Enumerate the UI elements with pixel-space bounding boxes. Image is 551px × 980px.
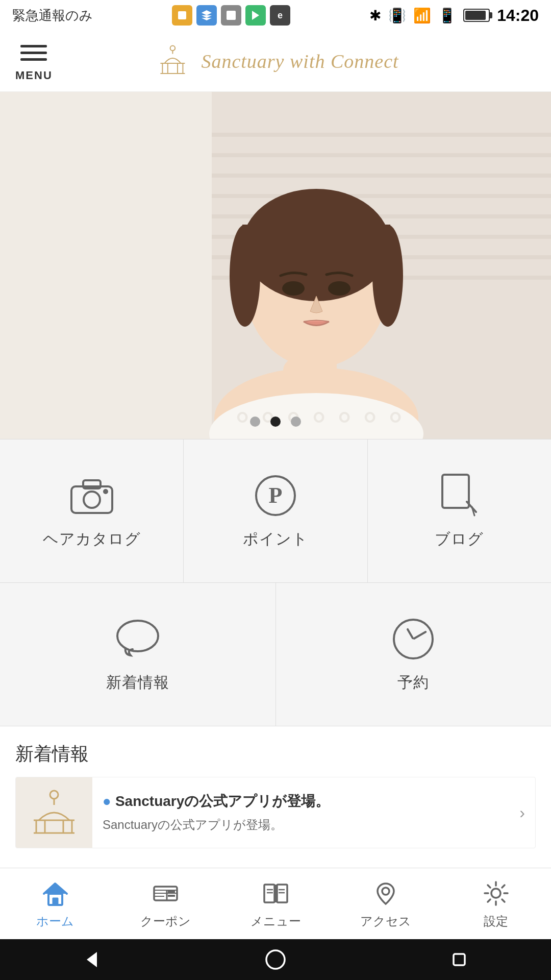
android-nav-bar — [0, 939, 551, 980]
svg-point-69 — [266, 950, 285, 969]
news-content: ●Sanctuaryの公式アプリが登場。 Sanctuaryの公式アプリが登場。 — [92, 783, 509, 842]
home-icon — [40, 878, 70, 909]
svg-marker-2 — [252, 11, 259, 20]
svg-rect-51 — [53, 898, 58, 905]
new-info-label: 新着情報 — [106, 672, 169, 693]
new-info-button[interactable]: 新着情報 — [0, 583, 276, 726]
svg-point-28 — [282, 281, 305, 296]
slider-dot-3[interactable] — [291, 416, 301, 427]
news-body: Sanctuaryの公式アプリが登場。 — [103, 816, 499, 834]
blue-dot-icon: ● — [103, 793, 111, 809]
svg-rect-13 — [212, 133, 551, 137]
nav-menu[interactable]: メニュー — [220, 868, 331, 939]
recents-button[interactable] — [446, 947, 472, 972]
hero-person-svg: ⚬⚬⚬⚬⚬⚬⚬ — [0, 92, 551, 439]
news-arrow-icon: › — [509, 803, 535, 822]
wifi-icon: 📶 — [413, 7, 431, 24]
nav-home-label: ホーム — [36, 913, 74, 929]
svg-rect-11 — [0, 92, 212, 439]
reservation-label: 予約 — [397, 672, 429, 693]
svg-rect-57 — [168, 891, 175, 893]
logo-text: Sanctuary with Connect — [201, 50, 398, 72]
svg-rect-27 — [242, 225, 390, 276]
hair-catalog-button[interactable]: ヘアカタログ — [0, 439, 184, 582]
svg-rect-54 — [154, 893, 177, 894]
grid-row-1: ヘアカタログ P ポイント ブログ — [0, 439, 551, 583]
nav-menu-label: メニュー — [251, 913, 301, 929]
svg-rect-1 — [227, 11, 236, 20]
news-thumbnail — [16, 777, 92, 848]
grid-row-2: 新着情報 予約 — [0, 583, 551, 726]
svg-rect-70 — [454, 954, 465, 965]
point-label: ポイント — [243, 529, 308, 550]
bottom-nav: ホーム クーポン — [0, 868, 551, 939]
svg-rect-59 — [264, 885, 274, 902]
nav-home[interactable]: ホーム — [0, 868, 110, 939]
svg-rect-15 — [212, 174, 551, 178]
vibrate-icon: 📳 — [388, 7, 406, 24]
blog-icon — [436, 473, 482, 519]
svg-rect-37 — [442, 475, 469, 508]
notif-icon-2 — [196, 5, 217, 26]
nav-coupon[interactable]: クーポン — [110, 868, 220, 939]
nav-settings[interactable]: 設定 — [441, 868, 551, 939]
blog-label: ブログ — [435, 529, 484, 550]
news-item[interactable]: ●Sanctuaryの公式アプリが登場。 Sanctuaryの公式アプリが登場。… — [15, 777, 536, 848]
svg-marker-68 — [87, 952, 97, 967]
point-button[interactable]: P ポイント — [184, 439, 367, 582]
svg-rect-53 — [154, 890, 177, 891]
nav-settings-label: 設定 — [484, 913, 508, 929]
nav-coupon-label: クーポン — [140, 913, 191, 929]
battery-icon — [463, 9, 490, 22]
location-icon — [370, 878, 401, 909]
hero-image: ⚬⚬⚬⚬⚬⚬⚬ — [0, 92, 551, 439]
status-time: 14:20 — [497, 6, 539, 25]
svg-rect-0 — [178, 11, 186, 19]
logo-icon — [152, 41, 193, 82]
svg-rect-16 — [212, 194, 551, 198]
notif-icon-1 — [172, 5, 192, 26]
svg-point-66 — [382, 888, 389, 895]
svg-rect-58 — [168, 895, 175, 897]
point-icon: P — [253, 473, 298, 519]
slider-dot-2[interactable] — [270, 416, 281, 427]
back-button[interactable] — [79, 947, 105, 972]
news-headline: ●Sanctuaryの公式アプリが登場。 — [103, 791, 499, 811]
svg-point-67 — [491, 889, 500, 898]
svg-rect-55 — [154, 896, 164, 897]
notif-icon-3 — [221, 5, 241, 26]
status-notif-icons: e — [172, 5, 290, 26]
clock-icon — [390, 616, 436, 662]
svg-rect-14 — [212, 153, 551, 157]
grid-menu: ヘアカタログ P ポイント ブログ — [0, 439, 551, 726]
coupon-icon — [150, 878, 181, 909]
svg-rect-60 — [277, 885, 287, 902]
home-hardware-button[interactable] — [263, 947, 288, 972]
notif-icon-4 — [245, 5, 266, 26]
slider-dot-1[interactable] — [250, 416, 260, 427]
status-notification: 緊急通報のみ — [12, 7, 93, 24]
status-bar: 緊急通報のみ e ✱ 📳 📶 📱 14:20 — [0, 0, 551, 31]
slider-dots[interactable] — [250, 416, 301, 427]
header-logo: Sanctuary with Connect — [152, 41, 398, 82]
hair-catalog-label: ヘアカタログ — [43, 529, 141, 550]
news-section-title: 新着情報 — [15, 742, 536, 767]
news-section: 新着情報 ●Sanctuaryの公式アプリが登場。 Sanctuaryの公式アプ… — [0, 726, 551, 859]
svg-point-40 — [117, 621, 158, 651]
svg-point-34 — [84, 492, 100, 508]
menu-book-icon — [260, 878, 291, 909]
notif-icon-5: e — [270, 5, 290, 26]
reservation-button[interactable]: 予約 — [276, 583, 552, 726]
menu-label: MENU — [15, 69, 53, 82]
svg-point-3 — [170, 45, 176, 51]
blog-button[interactable]: ブログ — [368, 439, 551, 582]
nav-access[interactable]: アクセス — [331, 868, 441, 939]
hero-slider[interactable]: ⚬⚬⚬⚬⚬⚬⚬ — [0, 92, 551, 439]
menu-button[interactable]: MENU — [15, 40, 53, 82]
chat-icon — [115, 616, 161, 662]
camera-icon — [69, 473, 115, 519]
svg-point-36 — [103, 489, 108, 494]
svg-point-29 — [328, 281, 350, 296]
bluetooth-icon: ✱ — [369, 7, 381, 24]
app-header: MENU Sanctuary with Connect — [0, 31, 551, 92]
